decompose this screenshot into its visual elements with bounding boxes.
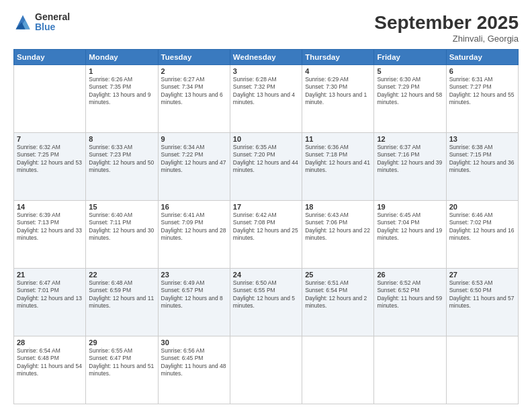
day-number: 6 — [449, 67, 515, 75]
calendar-week-2: 7Sunrise: 6:32 AMSunset: 7:25 PMDaylight… — [14, 133, 519, 201]
calendar-header-row: Sunday Monday Tuesday Wednesday Thursday… — [14, 50, 519, 65]
day-number: 14 — [17, 203, 83, 211]
day-number: 9 — [161, 135, 227, 143]
calendar-cell: 25Sunrise: 6:51 AMSunset: 6:54 PMDayligh… — [302, 269, 374, 336]
page: General Blue September 2025 Zhinvali, Ge… — [0, 0, 532, 411]
calendar-cell: 8Sunrise: 6:33 AMSunset: 7:23 PMDaylight… — [86, 133, 158, 201]
day-info: Sunrise: 6:36 AMSunset: 7:18 PMDaylight:… — [305, 144, 370, 173]
calendar-cell: 30Sunrise: 6:56 AMSunset: 6:45 PMDayligh… — [158, 336, 230, 404]
day-number: 18 — [305, 203, 371, 211]
day-info: Sunrise: 6:49 AMSunset: 6:57 PMDaylight:… — [161, 279, 223, 309]
calendar-cell: 12Sunrise: 6:37 AMSunset: 7:16 PMDayligh… — [374, 133, 446, 201]
day-number: 24 — [233, 271, 299, 279]
col-tuesday: Tuesday — [158, 50, 230, 65]
day-info: Sunrise: 6:35 AMSunset: 7:20 PMDaylight:… — [233, 144, 298, 173]
calendar-week-3: 14Sunrise: 6:39 AMSunset: 7:13 PMDayligh… — [14, 201, 519, 269]
day-number: 8 — [89, 135, 154, 143]
day-number: 23 — [161, 271, 227, 279]
day-info: Sunrise: 6:26 AMSunset: 7:35 PMDaylight:… — [89, 76, 150, 105]
day-number: 21 — [17, 271, 83, 279]
day-number: 15 — [89, 203, 154, 211]
day-number: 2 — [161, 67, 227, 75]
day-number: 11 — [305, 135, 371, 143]
logo-blue: Blue — [35, 22, 70, 32]
col-saturday: Saturday — [446, 50, 518, 65]
day-info: Sunrise: 6:55 AMSunset: 6:47 PMDaylight:… — [89, 347, 154, 377]
day-info: Sunrise: 6:51 AMSunset: 6:54 PMDaylight:… — [305, 279, 367, 309]
day-info: Sunrise: 6:39 AMSunset: 7:13 PMDaylight:… — [17, 212, 82, 241]
day-info: Sunrise: 6:32 AMSunset: 7:25 PMDaylight:… — [17, 144, 82, 173]
day-number: 7 — [17, 135, 83, 143]
calendar-cell: 20Sunrise: 6:46 AMSunset: 7:02 PMDayligh… — [446, 201, 518, 269]
day-number: 12 — [377, 135, 443, 143]
day-info: Sunrise: 6:29 AMSunset: 7:30 PMDaylight:… — [305, 76, 367, 105]
day-number: 4 — [305, 67, 371, 75]
calendar-cell: 10Sunrise: 6:35 AMSunset: 7:20 PMDayligh… — [230, 133, 302, 201]
day-number: 25 — [305, 271, 371, 279]
calendar-cell: 28Sunrise: 6:54 AMSunset: 6:48 PMDayligh… — [14, 336, 86, 404]
day-info: Sunrise: 6:38 AMSunset: 7:15 PMDaylight:… — [449, 144, 515, 173]
month-title: September 2025 — [374, 12, 519, 34]
day-info: Sunrise: 6:50 AMSunset: 6:55 PMDaylight:… — [233, 279, 295, 309]
calendar-cell — [14, 65, 86, 133]
calendar-cell: 14Sunrise: 6:39 AMSunset: 7:13 PMDayligh… — [14, 201, 86, 269]
day-info: Sunrise: 6:40 AMSunset: 7:11 PMDaylight:… — [89, 212, 154, 241]
col-thursday: Thursday — [302, 50, 374, 65]
header: General Blue September 2025 Zhinvali, Ge… — [13, 12, 519, 44]
calendar-cell — [374, 336, 446, 404]
calendar-cell: 26Sunrise: 6:52 AMSunset: 6:52 PMDayligh… — [374, 269, 446, 336]
logo-icon — [13, 13, 32, 32]
day-info: Sunrise: 6:41 AMSunset: 7:09 PMDaylight:… — [161, 212, 226, 241]
col-friday: Friday — [374, 50, 446, 65]
calendar-cell — [230, 336, 302, 404]
calendar-cell: 7Sunrise: 6:32 AMSunset: 7:25 PMDaylight… — [14, 133, 86, 201]
calendar-cell: 21Sunrise: 6:47 AMSunset: 7:01 PMDayligh… — [14, 269, 86, 336]
day-info: Sunrise: 6:27 AMSunset: 7:34 PMDaylight:… — [161, 76, 223, 105]
day-info: Sunrise: 6:53 AMSunset: 6:50 PMDaylight:… — [449, 279, 515, 309]
calendar-cell: 23Sunrise: 6:49 AMSunset: 6:57 PMDayligh… — [158, 269, 230, 336]
day-number: 5 — [377, 67, 443, 75]
calendar-cell: 24Sunrise: 6:50 AMSunset: 6:55 PMDayligh… — [230, 269, 302, 336]
day-number: 3 — [233, 67, 299, 75]
day-info: Sunrise: 6:47 AMSunset: 7:01 PMDaylight:… — [17, 279, 82, 309]
day-number: 27 — [449, 271, 515, 279]
day-number: 1 — [89, 67, 154, 75]
day-number: 16 — [161, 203, 227, 211]
day-info: Sunrise: 6:45 AMSunset: 7:04 PMDaylight:… — [377, 212, 442, 241]
calendar-week-4: 21Sunrise: 6:47 AMSunset: 7:01 PMDayligh… — [14, 269, 519, 336]
calendar-week-1: 1Sunrise: 6:26 AMSunset: 7:35 PMDaylight… — [14, 65, 519, 133]
calendar-cell: 22Sunrise: 6:48 AMSunset: 6:59 PMDayligh… — [86, 269, 158, 336]
calendar-cell: 2Sunrise: 6:27 AMSunset: 7:34 PMDaylight… — [158, 65, 230, 133]
title-block: September 2025 Zhinvali, Georgia — [374, 12, 519, 44]
calendar-cell: 1Sunrise: 6:26 AMSunset: 7:35 PMDaylight… — [86, 65, 158, 133]
calendar-cell: 17Sunrise: 6:42 AMSunset: 7:08 PMDayligh… — [230, 201, 302, 269]
calendar-cell: 13Sunrise: 6:38 AMSunset: 7:15 PMDayligh… — [446, 133, 518, 201]
calendar-cell: 3Sunrise: 6:28 AMSunset: 7:32 PMDaylight… — [230, 65, 302, 133]
day-info: Sunrise: 6:33 AMSunset: 7:23 PMDaylight:… — [89, 144, 154, 173]
calendar-cell: 27Sunrise: 6:53 AMSunset: 6:50 PMDayligh… — [446, 269, 518, 336]
day-info: Sunrise: 6:43 AMSunset: 7:06 PMDaylight:… — [305, 212, 370, 241]
calendar-cell: 11Sunrise: 6:36 AMSunset: 7:18 PMDayligh… — [302, 133, 374, 201]
calendar-cell: 6Sunrise: 6:31 AMSunset: 7:27 PMDaylight… — [446, 65, 518, 133]
day-number: 19 — [377, 203, 443, 211]
day-number: 13 — [449, 135, 515, 143]
day-info: Sunrise: 6:56 AMSunset: 6:45 PMDaylight:… — [161, 347, 226, 377]
day-number: 28 — [17, 338, 83, 347]
calendar-cell: 5Sunrise: 6:30 AMSunset: 7:29 PMDaylight… — [374, 65, 446, 133]
calendar: Sunday Monday Tuesday Wednesday Thursday… — [13, 49, 519, 404]
calendar-cell: 19Sunrise: 6:45 AMSunset: 7:04 PMDayligh… — [374, 201, 446, 269]
calendar-cell: 9Sunrise: 6:34 AMSunset: 7:22 PMDaylight… — [158, 133, 230, 201]
day-number: 26 — [377, 271, 443, 279]
day-info: Sunrise: 6:42 AMSunset: 7:08 PMDaylight:… — [233, 212, 298, 241]
day-info: Sunrise: 6:28 AMSunset: 7:32 PMDaylight:… — [233, 76, 295, 105]
col-wednesday: Wednesday — [230, 50, 302, 65]
calendar-cell — [446, 336, 518, 404]
day-number: 17 — [233, 203, 299, 211]
calendar-cell: 15Sunrise: 6:40 AMSunset: 7:11 PMDayligh… — [86, 201, 158, 269]
col-sunday: Sunday — [14, 50, 86, 65]
logo-text: General Blue — [35, 12, 70, 33]
day-info: Sunrise: 6:34 AMSunset: 7:22 PMDaylight:… — [161, 144, 226, 173]
day-info: Sunrise: 6:30 AMSunset: 7:29 PMDaylight:… — [377, 76, 442, 105]
day-info: Sunrise: 6:46 AMSunset: 7:02 PMDaylight:… — [449, 212, 515, 241]
calendar-week-5: 28Sunrise: 6:54 AMSunset: 6:48 PMDayligh… — [14, 336, 519, 404]
